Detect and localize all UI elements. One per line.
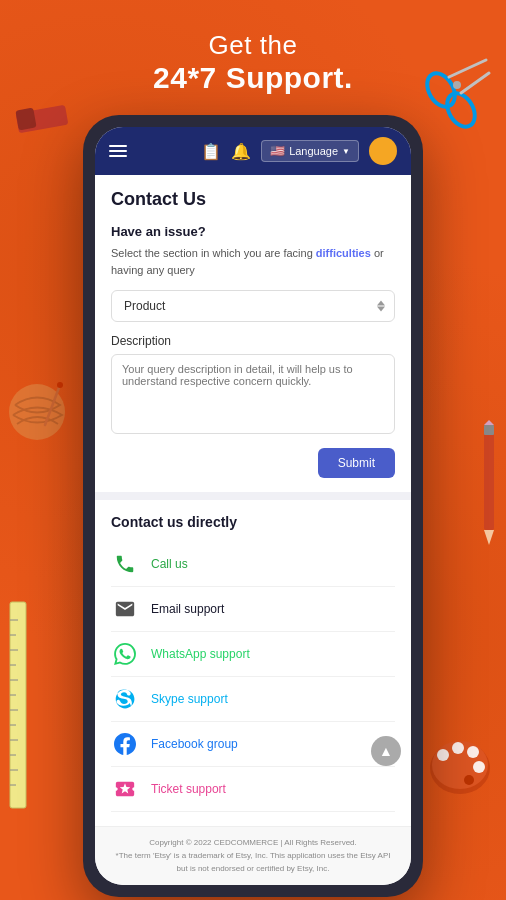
header-line1: Get the [153, 30, 353, 61]
notification-icon[interactable]: 🔔 [231, 142, 251, 161]
svg-rect-6 [15, 108, 36, 131]
svg-point-9 [57, 382, 63, 388]
facebook-group-label: Facebook group [151, 737, 238, 751]
svg-point-32 [467, 746, 479, 758]
footer-line3: but is not endorsed or certified by Etsy… [109, 863, 397, 876]
phone-icon [111, 550, 139, 578]
contact-us-section: Contact Us Have an issue? Select the sec… [95, 175, 411, 492]
direct-contact-section: Contact us directly Call us Email suppor… [95, 500, 411, 826]
document-icon[interactable]: 📋 [201, 142, 221, 161]
svg-marker-13 [484, 420, 494, 425]
svg-rect-10 [484, 430, 494, 530]
description-textarea[interactable] [111, 354, 395, 434]
eraser-decoration [15, 105, 70, 133]
facebook-icon [111, 730, 139, 758]
flag-icon: 🇺🇸 [270, 144, 285, 158]
email-support-label: Email support [151, 602, 224, 616]
svg-line-2 [449, 60, 486, 77]
direct-contact-title: Contact us directly [111, 514, 395, 530]
svg-point-30 [437, 749, 449, 761]
skype-icon [111, 685, 139, 713]
palette-decoration [423, 730, 498, 800]
chevron-down-icon: ▼ [342, 147, 350, 156]
whatsapp-support-item[interactable]: WhatsApp support [111, 632, 395, 677]
scissors-decoration [421, 55, 496, 155]
category-select-wrapper: Product Order Payment Shipping Other [111, 290, 395, 322]
phone-screen: 📋 🔔 🇺🇸 Language ▼ Contact Us Have an [95, 127, 411, 885]
user-avatar[interactable] [369, 137, 397, 165]
category-select[interactable]: Product Order Payment Shipping Other [111, 290, 395, 322]
svg-point-31 [452, 742, 464, 754]
svg-point-4 [453, 81, 461, 89]
facebook-group-item[interactable]: Facebook group [111, 722, 395, 767]
skype-support-item[interactable]: Skype support [111, 677, 395, 722]
navbar-right: 📋 🔔 🇺🇸 Language ▼ [201, 137, 397, 165]
svg-point-34 [464, 775, 474, 785]
whatsapp-icon [111, 640, 139, 668]
ticket-support-label: Ticket support [151, 782, 226, 796]
pencil-decoration [482, 420, 496, 550]
svg-line-3 [461, 73, 489, 93]
navbar-left [109, 145, 127, 157]
phone-mockup: 📋 🔔 🇺🇸 Language ▼ Contact Us Have an [83, 115, 423, 897]
hamburger-menu[interactable] [109, 145, 127, 157]
footer-line1: Copyright © 2022 CEDCOMMERCE | All Right… [109, 837, 397, 850]
yarn-decoration [5, 380, 70, 445]
whatsapp-support-label: WhatsApp support [151, 647, 250, 661]
phone-footer: Copyright © 2022 CEDCOMMERCE | All Right… [95, 826, 411, 885]
header-line2: 24*7 Support. [153, 61, 353, 95]
ticket-icon [111, 775, 139, 803]
footer-line2: *The term 'Etsy' is a trademark of Etsy,… [109, 850, 397, 863]
svg-rect-12 [484, 425, 494, 435]
skype-support-label: Skype support [151, 692, 228, 706]
svg-marker-11 [484, 530, 494, 545]
contact-us-title: Contact Us [111, 189, 395, 210]
phone-frame: 📋 🔔 🇺🇸 Language ▼ Contact Us Have an [83, 115, 423, 897]
email-support-item[interactable]: Email support [111, 587, 395, 632]
desc-text-1: Select the section in which you are faci… [111, 247, 316, 259]
issue-description: Select the section in which you are faci… [111, 245, 395, 278]
desc-highlight: difficulties [316, 247, 371, 259]
svg-point-1 [442, 88, 481, 131]
svg-point-33 [473, 761, 485, 773]
page-header: Get the 24*7 Support. [153, 30, 353, 95]
call-us-label: Call us [151, 557, 188, 571]
call-us-item[interactable]: Call us [111, 542, 395, 587]
phone-navbar: 📋 🔔 🇺🇸 Language ▼ [95, 127, 411, 175]
ruler-decoration [8, 600, 28, 810]
scroll-to-top-button[interactable]: ▲ [371, 736, 401, 766]
svg-rect-14 [10, 602, 26, 808]
submit-button[interactable]: Submit [318, 448, 395, 478]
ticket-support-item[interactable]: Ticket support [111, 767, 395, 812]
arrow-up-icon: ▲ [379, 743, 393, 759]
description-label: Description [111, 334, 395, 348]
email-icon [111, 595, 139, 623]
language-label: Language [289, 145, 338, 157]
language-selector[interactable]: 🇺🇸 Language ▼ [261, 140, 359, 162]
issue-heading: Have an issue? [111, 224, 395, 239]
submit-row: Submit [111, 448, 395, 478]
